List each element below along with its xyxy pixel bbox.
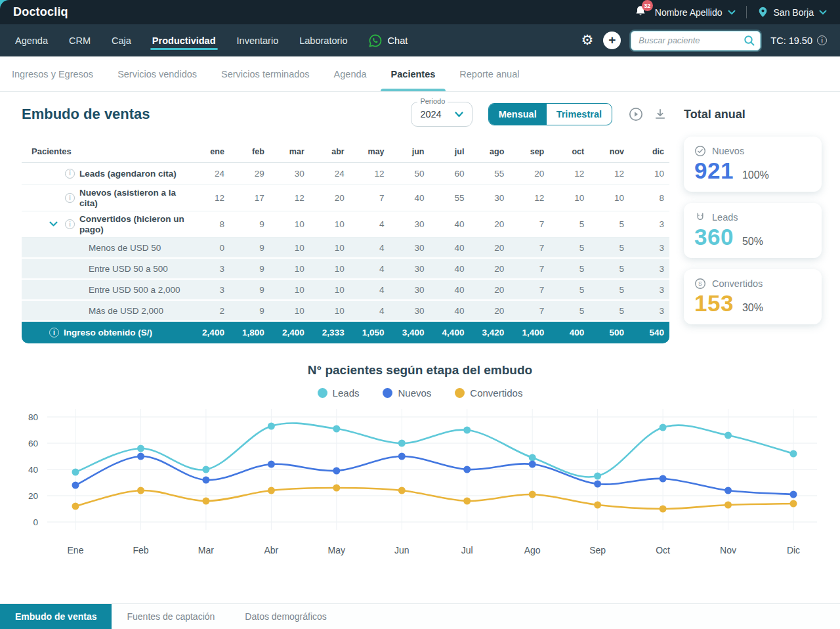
legend-item-convertidos[interactable]: Convertidos <box>455 387 522 399</box>
data-point[interactable] <box>333 425 340 433</box>
play-button[interactable] <box>628 106 644 122</box>
toggle-trimestral[interactable]: Trimestral <box>547 104 612 125</box>
nav-item-agenda[interactable]: Agenda <box>14 27 49 54</box>
nav-item-crm[interactable]: CRM <box>68 27 91 54</box>
legend-item-nuevos[interactable]: Nuevos <box>383 387 431 399</box>
data-point[interactable] <box>594 481 601 488</box>
data-point[interactable] <box>72 482 79 489</box>
data-point[interactable] <box>333 485 340 492</box>
data-point[interactable] <box>268 487 275 494</box>
month-header-feb: feb <box>230 147 270 156</box>
table-cell: 1,050 <box>350 328 390 337</box>
data-point[interactable] <box>790 450 797 458</box>
table-cell: 20 <box>469 285 509 295</box>
chat-label: Chat <box>388 35 408 46</box>
nav-item-caja[interactable]: Caja <box>111 27 132 54</box>
nav-item-chat[interactable]: Chat <box>368 33 408 48</box>
data-point[interactable] <box>202 466 209 473</box>
data-point[interactable] <box>660 475 667 483</box>
data-point[interactable] <box>398 487 406 494</box>
data-point[interactable] <box>463 427 471 434</box>
bottom-tab-fuentes-de-captacion[interactable]: Fuentes de captación <box>112 604 230 629</box>
data-point[interactable] <box>529 461 536 468</box>
table-row-entre-usd-50-a-500: Entre USD 50 a 50039101043040207553 <box>22 259 669 280</box>
nav-item-laboratorio[interactable]: Laboratorio <box>299 27 348 54</box>
card-percent: 100% <box>742 169 769 181</box>
tab-servicios-vendidos[interactable]: Servicios vendidos <box>116 56 198 91</box>
gear-icon[interactable]: ⚙ <box>581 33 594 47</box>
tab-agenda[interactable]: Agenda <box>333 56 368 91</box>
data-point[interactable] <box>268 423 275 430</box>
bottom-tab-embudo-de-ventas[interactable]: Embudo de ventas <box>0 604 112 629</box>
data-point[interactable] <box>463 466 471 473</box>
data-point[interactable] <box>137 453 144 460</box>
info-icon[interactable]: i <box>49 328 59 337</box>
table-cell: 12 <box>270 193 310 203</box>
legend-item-leads[interactable]: Leads <box>318 387 360 399</box>
data-point[interactable] <box>594 502 601 509</box>
card-label: Leads <box>712 212 738 223</box>
data-point[interactable] <box>202 498 209 505</box>
data-point[interactable] <box>594 473 601 480</box>
data-point[interactable] <box>398 453 406 460</box>
data-point[interactable] <box>72 503 79 510</box>
nav-item-inventario[interactable]: Inventario <box>236 27 280 54</box>
table-cell: 40 <box>430 306 470 316</box>
svg-text:20: 20 <box>28 491 38 501</box>
data-point[interactable] <box>660 424 667 431</box>
svg-text:80: 80 <box>28 412 38 422</box>
data-point[interactable] <box>660 506 667 513</box>
tab-servicios-terminados[interactable]: Servicios terminados <box>220 56 311 91</box>
period-select[interactable]: Periodo 2024 <box>411 102 472 127</box>
data-point[interactable] <box>790 500 797 508</box>
tab-ingresos-y-egresos[interactable]: Ingresos y Egresos <box>10 56 94 91</box>
card-value: 360 <box>694 224 734 250</box>
svg-text:May: May <box>328 545 345 555</box>
table-cell: 40 <box>430 264 470 274</box>
summary-card-leads: Leads36050% <box>684 203 822 258</box>
data-point[interactable] <box>398 440 406 447</box>
data-point[interactable] <box>724 432 732 439</box>
info-icon[interactable]: i <box>65 193 75 203</box>
location-chevron-down-icon[interactable] <box>819 10 827 15</box>
row-label: Leads (agendaron cita) <box>79 166 177 182</box>
svg-text:Ago: Ago <box>524 545 541 555</box>
data-point[interactable] <box>463 498 471 505</box>
notifications-button[interactable]: 32 <box>634 5 647 20</box>
expand-chevron-icon[interactable] <box>49 221 60 227</box>
download-icon[interactable] <box>654 108 667 121</box>
search-input[interactable] <box>631 31 761 51</box>
data-point[interactable] <box>137 445 144 452</box>
data-point[interactable] <box>790 491 797 498</box>
table-cell: 12 <box>190 193 230 203</box>
data-point[interactable] <box>724 502 732 509</box>
user-menu-chevron-down-icon[interactable] <box>728 10 736 15</box>
svg-text:Mar: Mar <box>198 545 214 555</box>
data-point[interactable] <box>529 454 536 462</box>
data-point[interactable] <box>202 477 209 484</box>
svg-text:S: S <box>698 280 702 287</box>
add-button[interactable]: + <box>603 32 621 49</box>
table-cell: 10 <box>270 243 310 253</box>
primary-nav: AgendaCRMCajaProductividadInventarioLabo… <box>14 27 408 54</box>
toggle-mensual[interactable]: Mensual <box>489 104 547 125</box>
info-icon[interactable]: i <box>65 169 75 179</box>
info-icon[interactable]: i <box>65 219 75 229</box>
period-chevron-down-icon <box>455 108 463 120</box>
table-cell: 5 <box>589 285 629 295</box>
data-point[interactable] <box>268 461 275 468</box>
data-point[interactable] <box>137 487 144 494</box>
data-point[interactable] <box>72 469 79 476</box>
nav-item-productividad[interactable]: Productividad <box>152 27 217 54</box>
table-cell: 10 <box>310 264 350 274</box>
data-point[interactable] <box>724 487 732 494</box>
tab-pacientes[interactable]: Pacientes <box>390 56 437 91</box>
data-point[interactable] <box>529 491 536 498</box>
bottom-tab-datos-demograficos[interactable]: Datos demográficos <box>230 604 342 629</box>
table-cell: 20 <box>469 243 509 253</box>
table-row-convertidos-hicieron-un-pago[interactable]: iConvertidos (hicieron un pago)891010430… <box>22 211 669 238</box>
exchange-rate-info-icon[interactable]: i <box>817 35 827 45</box>
data-point[interactable] <box>333 467 340 475</box>
tab-reporte-anual[interactable]: Reporte anual <box>458 56 520 91</box>
search-icon[interactable] <box>744 35 755 49</box>
